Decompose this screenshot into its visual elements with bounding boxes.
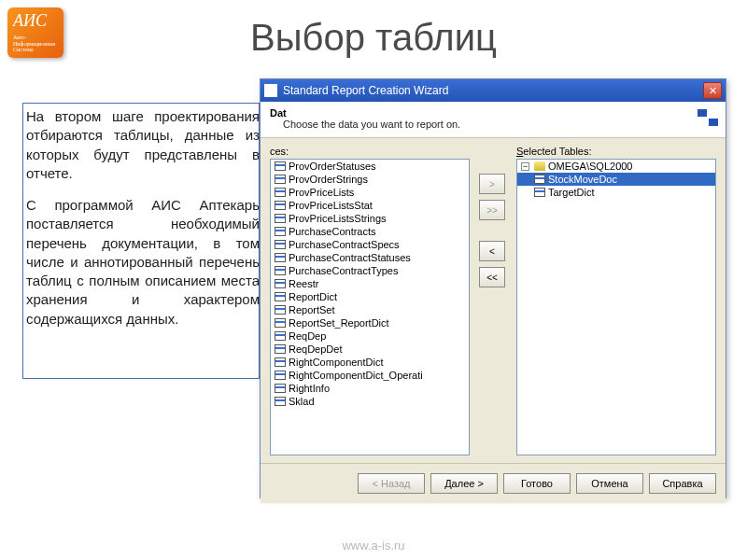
table-icon — [275, 357, 286, 367]
list-item[interactable]: ReportSet_ReportDict — [271, 316, 469, 329]
list-item[interactable]: ReqDepDet — [271, 343, 469, 356]
titlebar[interactable]: Standard Report Creation Wizard ✕ — [261, 79, 726, 102]
header-icon — [698, 109, 718, 126]
list-item[interactable]: PurchaseContracts — [271, 225, 469, 238]
wizard-dialog: Standard Report Creation Wizard ✕ Dat Ch… — [260, 78, 726, 498]
list-item[interactable]: Reestr — [271, 277, 469, 290]
dialog-title: Standard Report Creation Wizard — [283, 84, 448, 97]
dialog-content: ces: ProvOrderStatusesProvOrderStringsPr… — [261, 138, 726, 463]
table-icon — [275, 344, 286, 354]
list-item[interactable]: ProvPriceListsStrings — [271, 212, 469, 225]
back-button[interactable]: < Назад — [358, 473, 425, 494]
list-item[interactable]: ProvOrderStrings — [271, 173, 469, 186]
tree-root[interactable]: − OMEGA\SQL2000 — [517, 160, 715, 173]
root-label: OMEGA\SQL2000 — [548, 161, 633, 172]
add-button[interactable]: > — [479, 174, 505, 194]
close-button[interactable]: ✕ — [703, 82, 722, 99]
logo-text: АИС — [13, 11, 47, 30]
help-button[interactable]: Справка — [649, 473, 716, 494]
paragraph-2: С программой АИС Аптекарь поставляется н… — [26, 196, 260, 329]
window-icon — [264, 84, 277, 97]
logo: АИС Авто- Информационная Система — [7, 7, 63, 58]
list-item[interactable]: RightInfo — [271, 382, 469, 395]
dialog-header: Dat Choose the data you want to report o… — [261, 102, 726, 138]
next-button[interactable]: Далее > — [430, 473, 498, 494]
list-item[interactable]: ReqDep — [271, 329, 469, 343]
table-icon — [275, 318, 286, 328]
table-icon — [275, 292, 286, 301]
table-icon — [275, 384, 286, 393]
tree-item-targetdict[interactable]: TargetDict — [517, 186, 715, 199]
logo-subtext: Авто- Информационная Система — [13, 35, 58, 53]
header-desc: Choose the data you want to report on. — [283, 119, 716, 130]
finish-button[interactable]: Готово — [503, 473, 571, 494]
table-icon — [275, 214, 286, 223]
selected-label: Selected Tables: — [516, 146, 716, 157]
table-icon — [275, 331, 286, 341]
table-icon — [275, 161, 286, 171]
list-item[interactable]: RightComponentDict_Operati — [271, 369, 469, 382]
remove-button[interactable]: < — [479, 241, 505, 261]
list-item[interactable]: ReportDict — [271, 290, 469, 303]
list-item[interactable]: ProvPriceLists — [271, 186, 469, 199]
table-icon — [275, 305, 286, 315]
list-item[interactable]: ProvOrderStatuses — [271, 160, 469, 173]
list-item[interactable]: ProvPriceListsStat — [271, 199, 469, 212]
tree-item-stockmovedoc[interactable]: StockMoveDoc — [517, 173, 715, 186]
add-all-button[interactable]: >> — [479, 200, 505, 220]
list-item[interactable]: ReportSet — [271, 303, 469, 316]
list-item[interactable]: PurchaseContractStatuses — [271, 251, 469, 264]
button-row: < Назад Далее > Готово Отмена Справка — [261, 463, 726, 503]
database-icon — [534, 161, 545, 171]
list-item[interactable]: Sklad — [271, 395, 469, 408]
list-item[interactable]: PurchaseContractSpecs — [271, 238, 469, 251]
mover-buttons: > >> < << — [479, 146, 507, 455]
list-item[interactable]: RightComponentDict — [271, 356, 469, 369]
table-icon — [534, 188, 545, 197]
table-icon — [275, 175, 286, 184]
table-icon — [275, 240, 286, 249]
remove-all-button[interactable]: << — [479, 267, 505, 287]
table-icon — [275, 397, 286, 406]
available-listbox[interactable]: ProvOrderStatusesProvOrderStringsProvPri… — [270, 159, 470, 455]
table-icon — [275, 266, 286, 275]
list-item[interactable]: PurchaseContractTypes — [271, 264, 469, 277]
table-icon — [275, 227, 286, 236]
footer-url: www.a-is.ru — [0, 539, 747, 553]
table-icon — [275, 279, 286, 288]
body-text: На втором шаге проектирования отбираются… — [26, 107, 260, 342]
selected-panel: Selected Tables: − OMEGA\SQL2000 StockMo… — [516, 146, 716, 455]
available-panel: ces: ProvOrderStatusesProvOrderStringsPr… — [270, 146, 470, 455]
header-title: Dat — [270, 107, 716, 119]
available-label: ces: — [270, 146, 470, 157]
table-icon — [275, 201, 286, 210]
page-title: Выбор таблиц — [0, 17, 747, 59]
table-icon — [275, 188, 286, 197]
table-icon — [275, 253, 286, 262]
collapse-icon[interactable]: − — [521, 162, 529, 171]
table-icon — [275, 371, 286, 380]
paragraph-1: На втором шаге проектирования отбираются… — [26, 107, 260, 183]
table-icon — [534, 175, 545, 184]
selected-listbox[interactable]: − OMEGA\SQL2000 StockMoveDoc TargetDict — [516, 159, 716, 455]
cancel-button[interactable]: Отмена — [576, 473, 643, 494]
